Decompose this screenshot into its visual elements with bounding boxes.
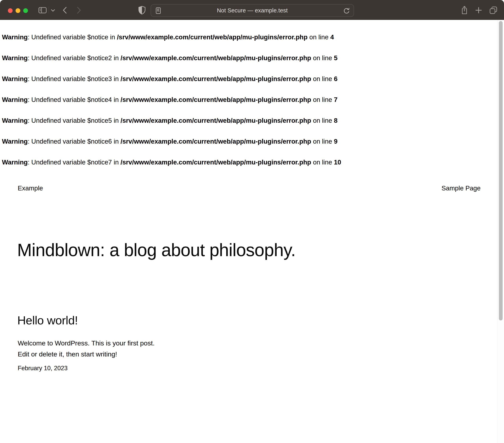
sidebar-toggle-button[interactable]: [38, 7, 47, 13]
php-warning: Warning: Undefined variable $notice6 in …: [2, 137, 492, 145]
post-excerpt: Welcome to WordPress. This is your first…: [18, 338, 155, 359]
toolbar-divider: [49, 6, 49, 14]
warning-file-path: /srv/www/example.com/current/web/app/mu-…: [121, 75, 311, 83]
warning-line-number: 4: [330, 34, 334, 41]
warning-label: Warning: [2, 159, 28, 166]
warning-label: Warning: [2, 96, 28, 103]
warning-label: Warning: [2, 34, 28, 41]
nav-link-sample-page[interactable]: Sample Page: [442, 185, 481, 192]
warning-file-path: /srv/www/example.com/current/web/app/mu-…: [121, 54, 311, 62]
php-warning: Warning: Undefined variable $notice in /…: [2, 33, 492, 41]
warning-label: Warning: [2, 117, 28, 124]
reload-icon[interactable]: [343, 7, 350, 14]
back-button[interactable]: [63, 7, 67, 14]
minimize-window-button[interactable]: [16, 8, 20, 13]
php-warning: Warning: Undefined variable $notice2 in …: [2, 54, 492, 62]
php-warning: Warning: Undefined variable $notice7 in …: [2, 158, 492, 166]
tab-overview-icon[interactable]: [489, 6, 497, 14]
warning-file-path: /srv/www/example.com/current/web/app/mu-…: [121, 96, 311, 103]
new-tab-icon[interactable]: [475, 7, 482, 14]
warning-line-number: 9: [334, 138, 338, 145]
php-warning: Warning: Undefined variable $notice4 in …: [2, 96, 492, 104]
warning-file-path: /srv/www/example.com/current/web/app/mu-…: [117, 34, 307, 41]
site-title-link[interactable]: Example: [18, 185, 43, 192]
warning-label: Warning: [2, 75, 28, 83]
zoom-window-button[interactable]: [23, 8, 28, 13]
warning-label: Warning: [2, 138, 28, 145]
privacy-shield-icon[interactable]: [138, 6, 146, 15]
close-window-button[interactable]: [8, 8, 13, 13]
php-warning: Warning: Undefined variable $notice3 in …: [2, 75, 492, 83]
post-date: February 10, 2023: [18, 365, 68, 372]
warning-line-number: 10: [334, 159, 341, 166]
scrollbar-thumb[interactable]: [499, 21, 503, 321]
post-title-link[interactable]: Hello world!: [17, 314, 78, 327]
warning-line-number: 8: [334, 117, 338, 124]
address-bar[interactable]: Not Secure — example.test: [151, 4, 354, 17]
warning-file-path: /srv/www/example.com/current/web/app/mu-…: [121, 138, 311, 145]
warning-line-number: 7: [334, 96, 338, 103]
warning-file-path: /srv/www/example.com/current/web/app/mu-…: [121, 117, 311, 124]
warning-line-number: 5: [334, 54, 338, 62]
forward-button[interactable]: [77, 7, 81, 14]
php-warning: Warning: Undefined variable $notice5 in …: [2, 117, 492, 124]
warning-line-number: 6: [334, 75, 338, 83]
site-header: Example Sample Page: [18, 185, 481, 192]
url-text: Not Secure — example.test: [151, 7, 354, 14]
chevron-down-icon[interactable]: [51, 9, 55, 12]
site-tagline: Mindblown: a blog about philosophy.: [17, 240, 465, 260]
excerpt-line: Edit or delete it, then start writing!: [18, 349, 155, 359]
browser-toolbar: Not Secure — example.test: [0, 0, 504, 20]
safari-window: Not Secure — example.test: [0, 0, 504, 443]
share-icon[interactable]: [461, 6, 468, 15]
web-page: Warning: Undefined variable $notice in /…: [0, 20, 504, 443]
excerpt-line: Welcome to WordPress. This is your first…: [18, 338, 155, 349]
php-warnings: Warning: Undefined variable $notice in /…: [2, 33, 492, 179]
warning-file-path: /srv/www/example.com/current/web/app/mu-…: [121, 159, 311, 166]
warning-label: Warning: [2, 54, 28, 62]
scrollbar-track[interactable]: [498, 20, 504, 443]
